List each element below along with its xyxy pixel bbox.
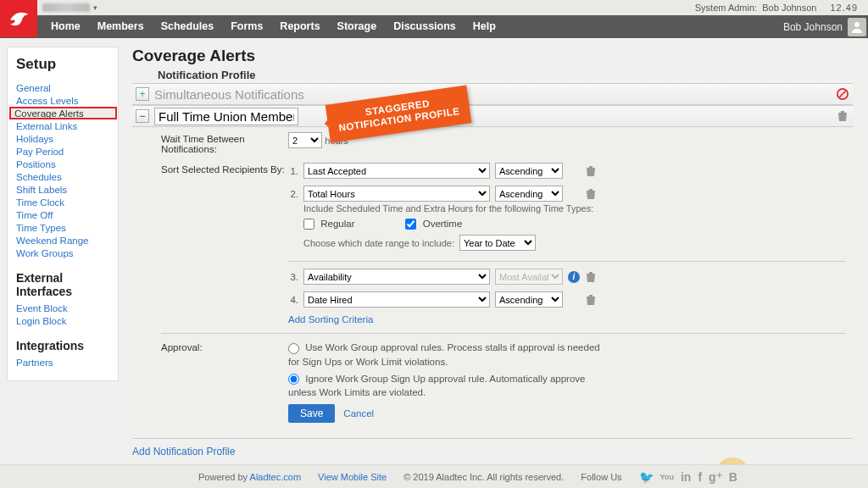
- nav-reports[interactable]: Reports: [271, 15, 328, 38]
- social-icons: 🐦 You in f g⁺ B: [639, 470, 737, 484]
- date-range-select[interactable]: Year to Date: [459, 235, 536, 251]
- sort-dir-4[interactable]: Ascending: [495, 291, 563, 308]
- cancel-link[interactable]: Cancel: [343, 408, 374, 419]
- approval-opt-1[interactable]: Use Work Group approval rules. Process s…: [288, 341, 610, 368]
- collapse-icon[interactable]: −: [136, 109, 149, 123]
- sidebar-item-weekend-range[interactable]: Weekend Range: [16, 236, 88, 246]
- footer-mobile-link[interactable]: View Mobile Site: [318, 472, 387, 482]
- chevron-down-icon: ▾: [93, 3, 97, 12]
- org-dropdown[interactable]: ▾: [42, 2, 97, 14]
- svg-line-2: [840, 92, 846, 97]
- system-topbar: System Admin: Bob Johnson 12.49: [0, 0, 868, 15]
- sidebar-item-time-types[interactable]: Time Types: [16, 223, 66, 233]
- sort-field-4[interactable]: Date Hired: [303, 291, 490, 308]
- trash-icon[interactable]: [585, 294, 597, 306]
- bird-icon: [8, 8, 30, 30]
- delete-profile-icon[interactable]: [836, 109, 849, 123]
- sidebar-item-login-block[interactable]: Login Block: [16, 316, 66, 326]
- sidebar-heading-integrations: Integrations: [16, 339, 109, 352]
- page-footer: Powered by Aladtec.com View Mobile Site …: [0, 464, 868, 488]
- main-nav: Home Members Schedules Forms Reports Sto…: [0, 15, 868, 38]
- sidebar-item-event-block[interactable]: Event Block: [16, 303, 68, 313]
- nav-forms[interactable]: Forms: [222, 15, 271, 38]
- sort-dir-2[interactable]: Ascending: [495, 186, 563, 202]
- approval-label: Approval:: [161, 341, 288, 352]
- sidebar-item-pay-period[interactable]: Pay Period: [16, 147, 64, 157]
- save-button[interactable]: Save: [288, 404, 335, 423]
- sysadmin-label: System Admin: Bob Johnson: [695, 3, 817, 13]
- nav-user[interactable]: Bob Johnson: [783, 21, 848, 33]
- avatar[interactable]: [848, 18, 866, 36]
- help-time-types: Include Scheduled Time and Extra Hours f…: [303, 203, 846, 214]
- sidebar-item-coverage-alerts[interactable]: Coverage Alerts: [14, 108, 84, 119]
- warning-icon[interactable]: [836, 87, 849, 101]
- wait-time-label: Wait Time Between Notifications:: [161, 132, 288, 154]
- sort-dir-1[interactable]: Ascending: [495, 163, 563, 179]
- sidebar-item-positions[interactable]: Positions: [16, 159, 56, 169]
- twitter-icon[interactable]: 🐦: [639, 470, 654, 484]
- sidebar-item-holidays[interactable]: Holidays: [16, 134, 53, 144]
- nav-help[interactable]: Help: [465, 15, 504, 38]
- trash-icon[interactable]: [585, 165, 597, 177]
- profile-title: Simultaneous Notifications: [154, 87, 304, 102]
- nav-schedules[interactable]: Schedules: [153, 15, 223, 38]
- sidebar-item-shift-labels[interactable]: Shift Labels: [16, 185, 67, 195]
- expand-icon[interactable]: +: [136, 87, 149, 101]
- setup-sidebar: Setup General Access Levels Coverage Ale…: [7, 47, 119, 381]
- clock: 12.49: [830, 3, 858, 13]
- wait-time-select[interactable]: 2: [288, 132, 322, 148]
- google-plus-icon[interactable]: g⁺: [709, 470, 722, 484]
- sidebar-item-schedules[interactable]: Schedules: [16, 172, 62, 182]
- sort-field-1[interactable]: Last Accepted: [303, 163, 490, 179]
- section-subtitle: Notification Profile: [132, 69, 853, 81]
- footer-follow: Follow Us: [581, 472, 621, 482]
- help-date-range: Choose which date range to include:: [303, 238, 454, 248]
- info-icon[interactable]: i: [568, 271, 580, 283]
- sidebar-item-work-groups[interactable]: Work Groups: [16, 248, 74, 258]
- page-title: Coverage Alerts: [132, 47, 853, 65]
- sidebar-item-general[interactable]: General: [16, 83, 51, 93]
- sidebar-item-time-off[interactable]: Time Off: [16, 210, 53, 220]
- sidebar-group-main: General Access Levels Coverage Alerts Ex…: [16, 81, 109, 259]
- profile-row-fulltime: −: [132, 105, 853, 127]
- sort-field-3[interactable]: Availability: [303, 269, 490, 285]
- nav-discussions[interactable]: Discussions: [385, 15, 465, 38]
- profile-title-input[interactable]: [154, 108, 298, 125]
- footer-copyright: © 2019 Aladtec Inc. All rights reserved.: [403, 472, 564, 482]
- sidebar-item-time-clock[interactable]: Time Clock: [16, 197, 64, 208]
- main-content: Coverage Alerts Notification Profile + S…: [132, 47, 861, 458]
- nav-members[interactable]: Members: [89, 15, 153, 38]
- sidebar-item-access-levels[interactable]: Access Levels: [16, 96, 79, 106]
- svg-point-0: [854, 22, 860, 27]
- sidebar-heading-external: External Interfaces: [16, 271, 109, 298]
- approval-opt-2[interactable]: Ignore Work Group Sign Up approval rule.…: [288, 372, 610, 399]
- chk-regular[interactable]: Regular: [303, 219, 354, 230]
- app-logo[interactable]: [0, 0, 37, 37]
- profile-panel: Wait Time Between Notifications: 2 hours…: [132, 127, 853, 439]
- trash-icon[interactable]: [585, 271, 597, 283]
- blogger-icon[interactable]: B: [729, 470, 737, 484]
- org-name-blurred: [42, 3, 90, 12]
- chk-overtime[interactable]: Overtime: [405, 219, 462, 230]
- add-sorting-link[interactable]: Add Sorting Criteria: [288, 314, 373, 324]
- sort-dir-3: Most Available: [495, 269, 563, 285]
- sort-label: Sort Selected Recipients By:: [161, 163, 288, 175]
- person-icon: [850, 20, 864, 34]
- nav-home[interactable]: Home: [42, 15, 89, 38]
- sidebar-item-external-links[interactable]: External Links: [16, 121, 77, 131]
- add-profile-link[interactable]: Add Notification Profile: [132, 446, 235, 458]
- footer-aladtec-link[interactable]: Aladtec.com: [250, 472, 302, 482]
- nav-storage[interactable]: Storage: [329, 15, 386, 38]
- profile-row-simultaneous: + Simultaneous Notifications: [132, 83, 853, 105]
- facebook-icon[interactable]: f: [698, 470, 702, 484]
- trash-icon[interactable]: [585, 188, 597, 200]
- sort-field-2[interactable]: Total Hours: [303, 186, 490, 202]
- linkedin-icon[interactable]: in: [681, 470, 691, 484]
- sidebar-item-partners[interactable]: Partners: [16, 358, 53, 368]
- sidebar-title: Setup: [16, 56, 109, 73]
- youtube-icon[interactable]: You: [660, 473, 674, 481]
